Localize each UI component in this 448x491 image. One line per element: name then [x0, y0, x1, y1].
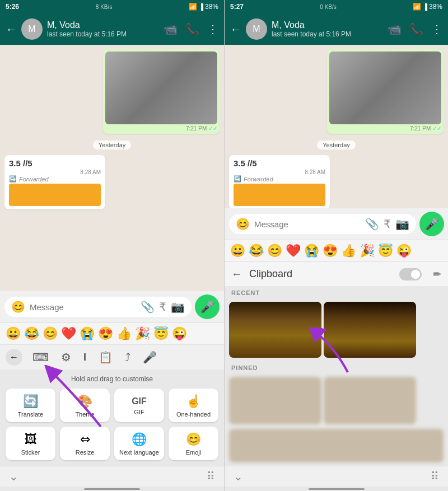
- emoji-10[interactable]: 😜: [172, 326, 187, 341]
- emoji-9[interactable]: 😇: [153, 326, 169, 341]
- right-message-input[interactable]: [254, 219, 361, 229]
- right-emoji-3[interactable]: 😊: [267, 244, 282, 258]
- left-mic-button[interactable]: 🎤: [195, 294, 220, 319]
- clipboard-recent-image-2[interactable]: [324, 302, 416, 358]
- left-emoji-icon[interactable]: 😊: [11, 300, 25, 314]
- right-emoji-9[interactable]: 😇: [378, 244, 393, 258]
- clipboard-pinned-label: PINNED: [225, 361, 448, 373]
- left-toolbar-back[interactable]: ←: [6, 349, 22, 366]
- left-share-icon[interactable]: ⤴: [123, 349, 133, 366]
- left-emoji-row: 😀 😂 😊 ❤️ 😭 😍 👍 🎉 😇 😜: [0, 322, 224, 344]
- left-message-input[interactable]: [30, 302, 136, 312]
- right-currency-icon[interactable]: ₹: [384, 217, 391, 231]
- right-emoji-8[interactable]: 🎉: [360, 244, 375, 258]
- clipboard-pinned-image-2[interactable]: [324, 377, 416, 424]
- right-bottom-nav: ⌄ ⠿: [225, 466, 448, 487]
- left-currency-icon[interactable]: ₹: [159, 300, 166, 314]
- clipboard-recent-image-2-content: [324, 302, 416, 358]
- left-settings-icon[interactable]: ⚙: [59, 348, 73, 366]
- left-keyboard-icon[interactable]: ⌨: [30, 348, 51, 366]
- left-image-content: [105, 52, 217, 124]
- right-contact-status: last seen today at 5:16 PM: [272, 30, 383, 38]
- emoji-8[interactable]: 🎉: [135, 326, 150, 341]
- left-contact-info: M, Voda last seen today at 5:16 PM: [47, 20, 159, 38]
- right-image-placeholder: [329, 52, 441, 124]
- right-nav-down[interactable]: ⌄: [234, 470, 243, 483]
- emoji-3[interactable]: 😊: [43, 326, 58, 341]
- left-attach-icon[interactable]: 📎: [141, 300, 155, 314]
- left-score: 3.5 //5: [9, 158, 101, 168]
- emoji-7[interactable]: 👍: [116, 326, 132, 341]
- right-status-bar: 5:27 0 KB/s 📶 ▐ 38%: [225, 0, 448, 13]
- right-video-call-icon[interactable]: 📹: [388, 22, 402, 36]
- left-panel: 5:26 8 KB/s 📶 ▐ 38% ← M M, Voda last see…: [0, 0, 224, 491]
- right-time: 5:27: [230, 3, 244, 11]
- kb-resize[interactable]: ⇔ Resize: [60, 427, 110, 460]
- right-contact-name: M, Voda: [272, 20, 383, 30]
- emoji-6[interactable]: 😍: [98, 326, 113, 341]
- left-customise-hint: Hold and drag to customise: [6, 375, 218, 383]
- clipboard-pinned-image-3[interactable]: [229, 429, 444, 462]
- emoji-4[interactable]: ❤️: [61, 326, 76, 341]
- left-text-message: 3.5 //5 8:28 AM ↪️ Forwarded: [4, 155, 105, 209]
- left-back-button[interactable]: ←: [6, 23, 17, 36]
- right-emoji-5[interactable]: 😭: [304, 244, 319, 258]
- kb-theme[interactable]: 🎨 Theme: [60, 389, 110, 422]
- left-nav-down[interactable]: ⌄: [9, 470, 18, 483]
- sticker-label: Sticker: [21, 449, 40, 456]
- right-emoji-4[interactable]: ❤️: [286, 244, 301, 258]
- clipboard-back-button[interactable]: ←: [231, 268, 242, 280]
- theme-label: Theme: [75, 411, 94, 418]
- left-input-area: 😊 📎 ₹ 📷 🎤: [0, 291, 224, 322]
- right-emoji-6[interactable]: 😍: [323, 244, 338, 258]
- left-text-size-icon[interactable]: I: [81, 349, 88, 366]
- right-attach-icon[interactable]: 📎: [365, 217, 379, 231]
- kb-sticker[interactable]: 🖼 Sticker: [6, 427, 55, 460]
- right-camera-icon[interactable]: 📷: [395, 217, 409, 231]
- signal-icon: ▐: [199, 3, 203, 10]
- right-nav-grid[interactable]: ⠿: [431, 470, 439, 483]
- kb-next-language[interactable]: 🌐 Next language: [114, 427, 164, 460]
- kb-translate[interactable]: 🔄 Translate: [6, 389, 55, 422]
- right-home-bar: [225, 487, 448, 491]
- left-chat-body: 7:21 PM ✓✓ Yesterday 3.5 //5 8:28 AM ↪️ …: [0, 45, 224, 291]
- clipboard-header: ← Clipboard ✏: [225, 261, 448, 286]
- right-voice-call-icon[interactable]: 📞: [409, 22, 423, 36]
- emoji-5[interactable]: 😭: [80, 326, 95, 341]
- clipboard-toggle[interactable]: [399, 268, 422, 280]
- more-options-icon[interactable]: ⋮: [207, 22, 218, 36]
- voice-call-icon[interactable]: 📞: [185, 22, 199, 36]
- battery-icon: 38%: [205, 3, 218, 11]
- left-keyboard-toolbar: ← ⌨ ⚙ I 📋 ⤴ 🎤: [0, 344, 224, 370]
- emoji-1[interactable]: 😀: [6, 326, 21, 341]
- resize-label: Resize: [76, 449, 95, 456]
- left-mic-toolbar-icon[interactable]: 🎤: [141, 348, 159, 366]
- right-more-options-icon[interactable]: ⋮: [431, 22, 442, 36]
- right-image-message: 7:21 PM ✓✓: [327, 49, 444, 134]
- left-clipboard-icon[interactable]: 📋: [96, 348, 115, 366]
- left-keyboard-area: Hold and drag to customise 🔄 Translate 🎨…: [0, 370, 224, 466]
- right-emoji-1[interactable]: 😀: [230, 244, 245, 258]
- right-emoji-2[interactable]: 😂: [249, 244, 264, 258]
- right-emoji-10[interactable]: 😜: [396, 244, 412, 258]
- left-time: 5:26: [6, 3, 19, 11]
- resize-icon: ⇔: [80, 432, 90, 447]
- left-nav-grid[interactable]: ⠿: [207, 470, 215, 483]
- kb-gif[interactable]: GIF GIF: [114, 389, 164, 422]
- right-back-button[interactable]: ←: [230, 23, 241, 36]
- kb-one-handed[interactable]: ☝ One-handed: [169, 389, 218, 422]
- clipboard-pinned-image-1[interactable]: [229, 377, 321, 424]
- right-emoji-7[interactable]: 👍: [341, 244, 356, 258]
- emoji-2[interactable]: 😂: [24, 326, 39, 341]
- right-emoji-icon[interactable]: 😊: [236, 217, 250, 231]
- sticker-icon: 🖼: [25, 432, 37, 447]
- video-call-icon[interactable]: 📹: [164, 22, 178, 36]
- next-language-label: Next language: [119, 449, 159, 456]
- left-status-bar: 5:26 8 KB/s 📶 ▐ 38%: [0, 0, 224, 13]
- right-mic-button[interactable]: 🎤: [419, 212, 444, 236]
- left-data-speed: 8 KB/s: [96, 4, 112, 10]
- kb-emoji[interactable]: 😊 Emoji: [169, 427, 218, 460]
- clipboard-recent-image-1[interactable]: [229, 302, 321, 358]
- left-camera-icon[interactable]: 📷: [171, 300, 185, 314]
- clipboard-edit-icon[interactable]: ✏: [433, 268, 441, 280]
